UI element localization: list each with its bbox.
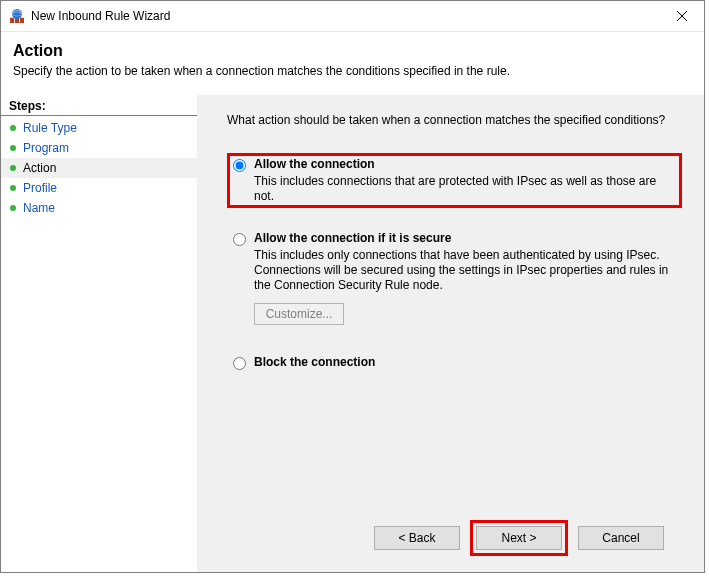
bullet-icon <box>9 124 17 132</box>
svg-point-8 <box>10 125 16 131</box>
option-row[interactable]: Allow the connection if it is secure <box>233 231 676 246</box>
content-question: What action should be taken when a conne… <box>227 113 682 127</box>
step-label: Name <box>23 201 55 215</box>
customize-button: Customize... <box>254 303 344 325</box>
option-allow-secure: Allow the connection if it is secureThis… <box>227 227 682 329</box>
titlebar: New Inbound Rule Wizard <box>1 1 704 32</box>
wizard-footer: < Back Next > Cancel <box>227 514 682 562</box>
cancel-button[interactable]: Cancel <box>578 526 664 550</box>
close-button[interactable] <box>659 1 704 31</box>
step-label: Action <box>23 161 56 175</box>
bullet-icon <box>9 204 17 212</box>
svg-point-9 <box>10 145 16 151</box>
svg-point-11 <box>10 185 16 191</box>
step-item[interactable]: Profile <box>1 178 197 198</box>
page-subtitle: Specify the action to be taken when a co… <box>13 64 692 78</box>
step-item[interactable]: Program <box>1 138 197 158</box>
bullet-icon <box>9 164 17 172</box>
svg-point-10 <box>10 165 16 171</box>
close-icon <box>677 11 687 21</box>
bullet-icon <box>9 144 17 152</box>
steps-pane: Steps: Rule TypeProgramActionProfileName <box>1 95 197 572</box>
step-item[interactable]: Rule Type <box>1 118 197 138</box>
option-row[interactable]: Allow the connection <box>233 157 676 172</box>
wizard-body: Steps: Rule TypeProgramActionProfileName… <box>1 94 704 572</box>
bullet-icon <box>9 184 17 192</box>
content-pane: What action should be taken when a conne… <box>197 95 704 572</box>
next-button[interactable]: Next > <box>476 526 562 550</box>
svg-point-12 <box>10 205 16 211</box>
page-title: Action <box>13 42 692 60</box>
option-block: Block the connection <box>227 351 682 374</box>
step-label: Program <box>23 141 69 155</box>
option-title: Allow the connection if it is secure <box>254 231 451 245</box>
option-title: Allow the connection <box>254 157 375 171</box>
option-row[interactable]: Block the connection <box>233 355 676 370</box>
radio-allow-secure[interactable] <box>233 233 246 246</box>
radio-block[interactable] <box>233 357 246 370</box>
step-label: Profile <box>23 181 57 195</box>
radio-allow[interactable] <box>233 159 246 172</box>
steps-heading: Steps: <box>1 97 197 116</box>
option-desc: This includes connections that are prote… <box>254 174 676 204</box>
back-button[interactable]: < Back <box>374 526 460 550</box>
step-item[interactable]: Name <box>1 198 197 218</box>
option-title: Block the connection <box>254 355 375 369</box>
option-allow: Allow the connectionThis includes connec… <box>227 153 682 208</box>
step-label: Rule Type <box>23 121 77 135</box>
step-item: Action <box>1 158 197 178</box>
firewall-icon <box>9 8 25 24</box>
page-header: Action Specify the action to be taken wh… <box>1 32 704 94</box>
window-title: New Inbound Rule Wizard <box>31 9 659 23</box>
wizard-window: New Inbound Rule Wizard Action Specify t… <box>0 0 705 573</box>
option-desc: This includes only connections that have… <box>254 248 676 293</box>
